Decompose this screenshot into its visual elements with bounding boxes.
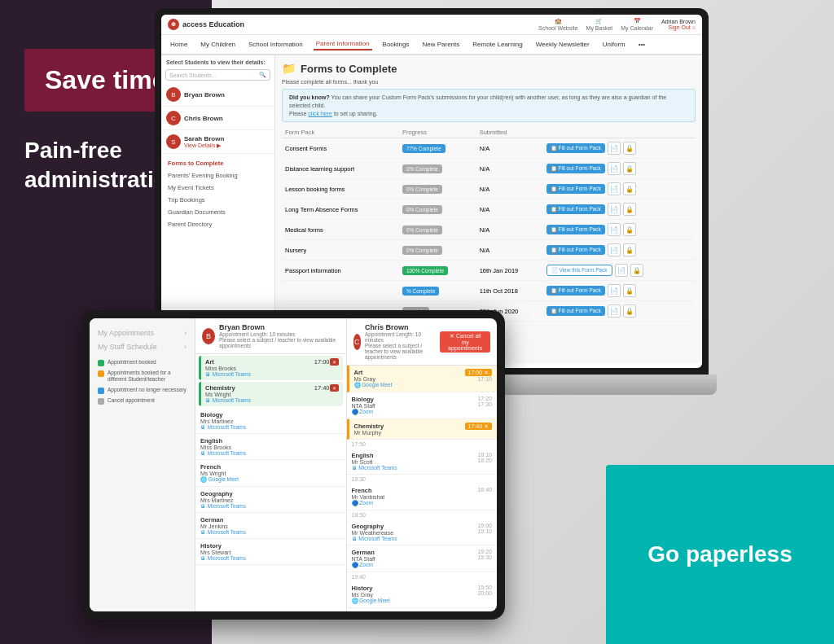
- student-item-bryan[interactable]: B Bryan Brown: [161, 83, 274, 107]
- nav-weekly-newsletter[interactable]: Weekly Newsletter: [533, 39, 592, 50]
- legend-no-longer: Appointment no longer necessary: [90, 385, 195, 396]
- sign-out-link[interactable]: Sign Out ⌂: [661, 24, 696, 30]
- chris-french-appt[interactable]: French Mr Vanbishat 🔵 Zoom 18:40: [347, 484, 498, 510]
- nav-my-children[interactable]: My Children: [198, 39, 238, 50]
- bryan-chemistry-cancel[interactable]: ✕: [330, 384, 339, 392]
- calendar-link[interactable]: 📅 My Calendar: [621, 18, 653, 31]
- bryan-english-appt[interactable]: English Miss Brooks 🖥 Microsoft Teams: [195, 434, 346, 460]
- school-website-link[interactable]: 🏫 School Website: [538, 18, 578, 31]
- form-row-0: Consent Forms77% CompleteN/A📋 Fill out F…: [282, 138, 696, 159]
- bryan-biology-appt[interactable]: Biology Mrs Martinez 🖥 Microsoft Teams: [195, 408, 346, 434]
- tablet-body: My Appointments › My Staff Schedule › Ap…: [81, 310, 505, 620]
- form-copy-btn-2[interactable]: 📄: [608, 182, 621, 195]
- my-appointments-section[interactable]: My Appointments ›: [90, 325, 195, 339]
- student-search-box[interactable]: Search Students... 🔍: [165, 69, 270, 81]
- chris-art-appt[interactable]: Art Ms Gray 🌐 Google Meet 17:00 ✕ 17:10: [347, 366, 498, 392]
- form-lock-btn-4[interactable]: 🔒: [623, 223, 636, 236]
- form-copy-btn-8[interactable]: 📄: [608, 304, 621, 318]
- nav-parent-info[interactable]: Parent Information: [314, 38, 372, 50]
- bryan-french-appt[interactable]: French Ms Wright 🌐 Google Meet: [195, 460, 346, 487]
- form-lock-btn-1[interactable]: 🔒: [623, 162, 636, 175]
- search-icon[interactable]: 🔍: [259, 72, 266, 78]
- bryan-art-appt[interactable]: Art Miss Brooks 🖥 Microsoft Teams ✕ 17:0…: [199, 356, 343, 380]
- student-item-chris[interactable]: C Chris Brown: [161, 107, 274, 130]
- form-copy-btn-0[interactable]: 📄: [608, 142, 621, 155]
- fill-form-btn-8[interactable]: 📋 Fill out Form Pack: [546, 306, 605, 316]
- logo-icon: ⊕: [168, 19, 179, 30]
- menu-parents-evening[interactable]: Parents' Evening Booking: [161, 169, 274, 182]
- chris-art-platform: 🌐 Google Meet: [354, 382, 393, 388]
- student-item-sarah[interactable]: S Sarah Brown View Details ▶: [161, 130, 274, 154]
- chris-biology-platform: 🔵 Zoom: [352, 409, 375, 415]
- info-link[interactable]: click here: [308, 111, 332, 116]
- nav-new-parents[interactable]: New Parents: [419, 39, 462, 50]
- forms-table: Form Pack Progress Submitted Consent For…: [282, 127, 696, 322]
- form-lock-btn-8[interactable]: 🔒: [623, 304, 636, 318]
- fill-form-btn-2[interactable]: 📋 Fill out Form Pack: [546, 184, 605, 194]
- chris-appointments: Art Ms Gray 🌐 Google Meet 17:00 ✕ 17:10: [347, 366, 498, 611]
- sarah-view-details[interactable]: View Details ▶: [184, 142, 224, 149]
- nav-uniform[interactable]: Uniform: [600, 39, 628, 50]
- fill-form-btn-4[interactable]: 📋 Fill out Form Pack: [546, 225, 605, 234]
- form-lock-btn-6[interactable]: 🔒: [630, 264, 643, 277]
- form-copy-btn-1[interactable]: 📄: [608, 162, 621, 175]
- form-copy-btn-5[interactable]: 📄: [608, 243, 621, 256]
- fill-form-btn-7[interactable]: 📋 Fill out Form Pack: [546, 286, 605, 296]
- fill-form-btn-0[interactable]: 📋 Fill out Form Pack: [546, 143, 605, 153]
- form-copy-btn-7[interactable]: 📄: [608, 284, 621, 297]
- chris-french-time: 18:40: [477, 487, 492, 493]
- chris-chemistry-appt[interactable]: Chemistry Mr Murphy 17:40 ✕: [347, 419, 498, 440]
- bryan-chemistry-appt[interactable]: Chemistry Ms Wright 🖥 Microsoft Teams ✕ …: [199, 382, 343, 406]
- form-lock-btn-7[interactable]: 🔒: [623, 284, 636, 297]
- form-lock-btn-2[interactable]: 🔒: [623, 182, 636, 195]
- bryan-art-cancel[interactable]: ✕: [330, 358, 339, 366]
- form-lock-btn-5[interactable]: 🔒: [623, 243, 636, 256]
- sidebar-menu: Forms to Complete Parents' Evening Booki…: [161, 154, 274, 234]
- fill-form-btn-5[interactable]: 📋 Fill out Form Pack: [546, 245, 605, 255]
- chris-english-appt[interactable]: English Mr Scott 🖥 Microsoft Teams 18:10…: [347, 449, 498, 475]
- nav-bookings[interactable]: Bookings: [380, 39, 412, 50]
- bryan-col-avatar: B: [202, 328, 215, 344]
- sarah-avatar: S: [166, 134, 181, 149]
- bryan-english-subject: English: [200, 437, 341, 445]
- user-info: Adrian Brown Sign Out ⌂: [661, 19, 696, 30]
- form-progress-5: 0% Complete: [399, 240, 476, 261]
- forms-title: Forms to Complete: [301, 63, 397, 75]
- nav-remote-learning[interactable]: Remote Learning: [470, 39, 525, 50]
- view-form-btn-6[interactable]: 📄 View this Form Pack: [546, 265, 612, 276]
- tablet-sidebar: My Appointments › My Staff Schedule › Ap…: [90, 318, 195, 611]
- form-submitted-3: N/A: [476, 199, 543, 220]
- menu-trip-bookings[interactable]: Trip Bookings: [161, 194, 274, 206]
- chris-geography-appt[interactable]: Geography Mr Weatherease 🖥 Microsoft Tea…: [347, 519, 498, 545]
- form-row-2: Lesson booking forms0% CompleteN/A📋 Fill…: [282, 179, 696, 199]
- form-lock-btn-3[interactable]: 🔒: [623, 203, 636, 216]
- nav-home[interactable]: Home: [168, 39, 190, 50]
- basket-link[interactable]: 🛒 My Basket: [586, 18, 613, 31]
- form-copy-btn-4[interactable]: 📄: [608, 223, 621, 236]
- app-header: ⊕ access Education 🏫 School Website 🛒 My…: [161, 15, 702, 35]
- form-lock-btn-0[interactable]: 🔒: [623, 142, 636, 155]
- chris-biology-time2: 17:30: [477, 401, 492, 407]
- menu-parent-directory[interactable]: Parent Directory: [161, 218, 274, 230]
- nav-more[interactable]: •••: [636, 39, 647, 50]
- fill-form-btn-1[interactable]: 📋 Fill out Form Pack: [546, 164, 605, 173]
- menu-forms-to-complete[interactable]: Forms to Complete: [161, 157, 274, 169]
- menu-event-tickets[interactable]: My Event Tickets: [161, 182, 274, 194]
- chris-german-appt[interactable]: German NTA Staff 🔵 Zoom 19:20 19:30: [347, 545, 498, 572]
- form-copy-btn-3[interactable]: 📄: [608, 203, 621, 216]
- bryan-art-platform: 🖥 Microsoft Teams: [205, 371, 251, 377]
- chris-biology-appt[interactable]: Biology NTA Staff 🔵 Zoom 17:20 17:30: [347, 392, 498, 419]
- bryan-german-appt[interactable]: German Mr Jenkins 🖥 Microsoft Teams: [195, 513, 346, 539]
- chris-col-name: Chris Brown: [365, 323, 436, 331]
- bryan-history-appt[interactable]: History Mrs Stewart 🖥 Microsoft Teams: [195, 539, 346, 565]
- chris-german-time2: 19:30: [477, 554, 492, 560]
- my-staff-schedule-section[interactable]: My Staff Schedule ›: [90, 339, 195, 353]
- menu-guardian-docs[interactable]: Guardian Documents: [161, 206, 274, 218]
- chris-history-appt[interactable]: History Ms Gray 🌐 Google Meet 19:50 20:0…: [347, 581, 498, 608]
- legend-dot-yellow: [98, 370, 104, 377]
- form-copy-btn-6[interactable]: 📄: [615, 264, 628, 277]
- bryan-geography-appt[interactable]: Geography Mrs Martinez 🖥 Microsoft Teams: [195, 487, 346, 513]
- nav-school-info[interactable]: School Information: [246, 39, 305, 50]
- cancel-all-appointments-btn[interactable]: ✕ Cancel all my appointments: [440, 331, 490, 353]
- fill-form-btn-3[interactable]: 📋 Fill out Form Pack: [546, 204, 605, 214]
